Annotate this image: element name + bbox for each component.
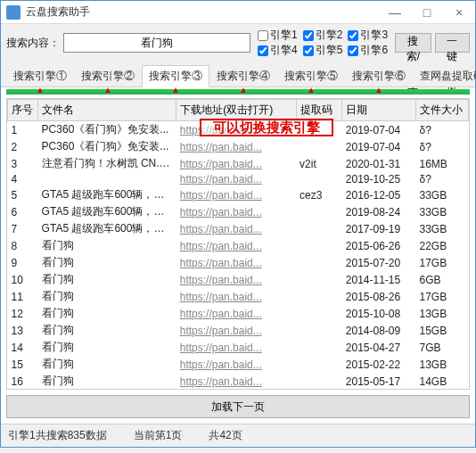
cell: 2015-06-26 xyxy=(342,237,416,254)
cell xyxy=(296,271,342,288)
search-row: 搜索内容： 引擎1引擎2引擎3引擎4引擎5引擎6 搜索/回车 一键翻页 xyxy=(1,24,475,62)
download-link[interactable]: https://pan.baid... xyxy=(176,138,296,155)
cell: 17GB xyxy=(416,288,469,305)
cell: 14 xyxy=(8,339,38,356)
download-link[interactable]: https://pan.baid... xyxy=(176,271,296,288)
table-row[interactable]: 13看门狗https://pan.baid...2014-08-0915GB xyxy=(8,322,469,339)
column-header[interactable]: 文件名 xyxy=(38,100,176,121)
download-link[interactable]: https://pan.baid... xyxy=(176,288,296,305)
tab-6[interactable]: 搜索引擎⑥▲ xyxy=(345,65,413,86)
column-header[interactable]: 文件大小 xyxy=(416,100,469,121)
results-table: 序号文件名下载地址(双击打开)提取码日期文件大小 1PC360《看门狗》免安装.… xyxy=(7,99,469,390)
tab-4[interactable]: 搜索引擎④▲ xyxy=(209,65,277,86)
engine-checkbox-5[interactable]: 引擎5 xyxy=(303,43,343,58)
table-row[interactable]: 5GTA5 超级跑车600辆，单...https://pan.baid...ce… xyxy=(8,186,469,203)
column-header[interactable]: 序号 xyxy=(8,100,38,121)
engine-checkbox-4[interactable]: 引擎4 xyxy=(258,43,298,58)
table-row[interactable]: 10看门狗https://pan.baid...2014-11-156GB xyxy=(8,271,469,288)
search-label: 搜索内容： xyxy=(6,36,60,51)
tab-2[interactable]: 搜索引擎②▲ xyxy=(74,65,142,86)
table-row[interactable]: 1PC360《看门狗》免安装...https://pan.baid...2019… xyxy=(8,121,469,139)
close-button[interactable]: × xyxy=(443,1,475,24)
download-link[interactable]: https://pan.baid... xyxy=(176,305,296,322)
cell: 33GB xyxy=(416,203,469,220)
column-header[interactable]: 下载地址(双击打开) xyxy=(176,100,296,121)
tab-1[interactable]: 搜索引擎①▲ xyxy=(6,65,74,86)
download-link[interactable]: https://pan.baid... xyxy=(176,155,296,172)
cell xyxy=(296,220,342,237)
cell: 2 xyxy=(8,138,38,155)
table-row[interactable]: 2PC360《看门狗》免安装...https://pan.baid...2019… xyxy=(8,138,469,155)
table-row[interactable]: 16看门狗https://pan.baid...2015-05-1714GB xyxy=(8,373,469,390)
cell: 注意看门狗！水树凯 CN.zip xyxy=(38,155,176,172)
cell xyxy=(296,254,342,271)
cell: 2015-02-22 xyxy=(342,356,416,373)
engine-checkbox-3[interactable]: 引擎3 xyxy=(348,28,388,43)
cell: δ? xyxy=(416,121,469,139)
engine-checkbox-6[interactable]: 引擎6 xyxy=(348,43,388,58)
cell: 看门狗 xyxy=(38,271,176,288)
cell: GTA5 超级跑车600辆，单... xyxy=(38,186,176,203)
cell: 15GB xyxy=(416,322,469,339)
cell xyxy=(38,172,176,186)
maximize-button[interactable]: □ xyxy=(411,1,443,24)
table-row[interactable]: 12看门狗https://pan.baid...2015-10-0813GB xyxy=(8,305,469,322)
download-link[interactable]: https://pan.baid... xyxy=(176,254,296,271)
download-link[interactable]: https://pan.baid... xyxy=(176,172,296,186)
engine-checkbox-2[interactable]: 引擎2 xyxy=(303,28,343,43)
app-icon xyxy=(6,5,21,20)
cell: δ? xyxy=(416,138,469,155)
tab-3[interactable]: 搜索引擎③▲ xyxy=(142,65,209,87)
engine-checkbox-1[interactable]: 引擎1 xyxy=(258,28,298,43)
cell: 13GB xyxy=(416,305,469,322)
search-input[interactable] xyxy=(63,33,250,53)
tab-7[interactable]: 查网盘提取码 xyxy=(413,65,476,86)
load-more-button[interactable]: 加载下一页 xyxy=(6,395,470,418)
table-row[interactable]: 8看门狗https://pan.baid...2015-06-2622GB xyxy=(8,237,469,254)
status-bar: 引擎1共搜索835数据 当前第1页 共42页 xyxy=(1,424,475,447)
cell: 2015-04-27 xyxy=(342,339,416,356)
cell: 9 xyxy=(8,254,38,271)
cell: 3 xyxy=(8,155,38,172)
table-row[interactable]: 7GTA5 超级跑车600辆，单...https://pan.baid...20… xyxy=(8,220,469,237)
table-row[interactable]: 6GTA5 超级跑车600辆，单...https://pan.baid...20… xyxy=(8,203,469,220)
download-link[interactable]: https://pan.baid... xyxy=(176,121,296,139)
cell: 2014-08-09 xyxy=(342,322,416,339)
status-total: 共42页 xyxy=(209,428,242,443)
cell: 2014-11-15 xyxy=(342,271,416,288)
download-link[interactable]: https://pan.baid... xyxy=(176,373,296,390)
cell: 11 xyxy=(8,288,38,305)
table-row[interactable]: 14看门狗https://pan.baid...2015-04-277GB xyxy=(8,339,469,356)
tab-arrow-icon: ▲ xyxy=(171,86,180,95)
download-link[interactable]: https://pan.baid... xyxy=(176,186,296,203)
cell: 2019-07-04 xyxy=(342,138,416,155)
cell: 12 xyxy=(8,305,38,322)
table-row[interactable]: 11看门狗https://pan.baid...2015-08-2617GB xyxy=(8,288,469,305)
download-link[interactable]: https://pan.baid... xyxy=(176,237,296,254)
table-row[interactable]: 4https://pan.baid...2019-10-25δ? xyxy=(8,172,469,186)
column-header[interactable]: 提取码 xyxy=(296,100,342,121)
cell xyxy=(296,237,342,254)
table-row[interactable]: 15看门狗https://pan.baid...2015-02-2213GB xyxy=(8,356,469,373)
cell: 2017-09-19 xyxy=(342,220,416,237)
cell: 16MB xyxy=(416,155,469,172)
cell: 2019-08-24 xyxy=(342,203,416,220)
tab-arrow-icon: ▲ xyxy=(307,86,316,95)
download-link[interactable]: https://pan.baid... xyxy=(176,203,296,220)
table-row[interactable]: 3注意看门狗！水树凯 CN.ziphttps://pan.baid...v2it… xyxy=(8,155,469,172)
cell: 2019-10-25 xyxy=(342,172,416,186)
download-link[interactable]: https://pan.baid... xyxy=(176,339,296,356)
download-link[interactable]: https://pan.baid... xyxy=(176,322,296,339)
tab-5[interactable]: 搜索引擎⑤▲ xyxy=(277,65,345,86)
cell: 13GB xyxy=(416,356,469,373)
download-link[interactable]: https://pan.baid... xyxy=(176,220,296,237)
cell: PC360《看门狗》免安装... xyxy=(38,138,176,155)
search-button[interactable]: 搜索/回车 xyxy=(395,33,431,53)
column-header[interactable]: 日期 xyxy=(342,100,416,121)
table-row[interactable]: 9看门狗https://pan.baid...2015-07-2017GB xyxy=(8,254,469,271)
download-link[interactable]: https://pan.baid... xyxy=(176,356,296,373)
next-page-button[interactable]: 一键翻页 xyxy=(435,33,470,53)
cell: 看门狗 xyxy=(38,305,176,322)
minimize-button[interactable]: — xyxy=(379,1,411,24)
results-table-wrapper[interactable]: 可以切换搜索引擎 序号文件名下载地址(双击打开)提取码日期文件大小 1PC360… xyxy=(6,98,470,390)
